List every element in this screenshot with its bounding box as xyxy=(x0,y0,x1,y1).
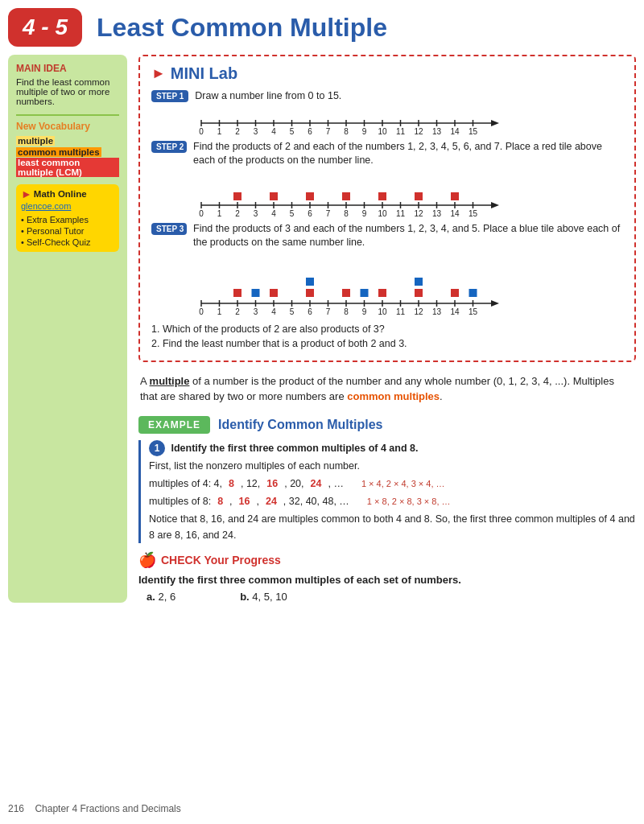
svg-text:1: 1 xyxy=(217,209,222,216)
svg-text:9: 9 xyxy=(362,307,367,315)
mini-lab-questions: 1. Which of the products of 2 are also p… xyxy=(151,323,623,349)
svg-text:6: 6 xyxy=(308,127,312,134)
multiples-4-m1: , 12, xyxy=(241,476,260,492)
question-2: 2. Find the least number that is a produ… xyxy=(151,338,623,349)
example-body: 1 Identify the first three common multip… xyxy=(138,440,636,544)
main-idea-text: Find the least common multiple of two or… xyxy=(16,77,119,106)
example-problem-header: 1 Identify the first three common multip… xyxy=(149,440,636,457)
svg-text:13: 13 xyxy=(432,127,442,134)
svg-text:5: 5 xyxy=(290,127,295,134)
check-title: CHECK Your Progress xyxy=(161,554,281,566)
self-check-quiz-link: • Self-Check Quiz xyxy=(21,237,114,247)
svg-rect-71 xyxy=(342,192,350,200)
svg-rect-118 xyxy=(361,289,369,297)
multiples-4-h2: 16 xyxy=(266,476,278,492)
svg-rect-68 xyxy=(233,192,242,200)
multiples-8-line: multiples of 8: 8 , 16 , 24 , 32, 40, 48… xyxy=(149,493,636,509)
svg-text:15: 15 xyxy=(469,209,478,216)
svg-text:10: 10 xyxy=(378,209,387,216)
svg-text:3: 3 xyxy=(254,127,258,134)
term-common-multiples: common multiples xyxy=(347,390,440,402)
example-conclusion: Notice that 8, 16, and 24 are multiples … xyxy=(149,511,636,543)
svg-text:0: 0 xyxy=(199,307,204,315)
mini-lab-header: ► MINI Lab xyxy=(151,64,623,83)
svg-text:4: 4 xyxy=(271,307,276,315)
svg-rect-74 xyxy=(451,192,459,200)
term-multiple: multiple xyxy=(150,375,190,387)
page-footer: 216 Chapter 4 Fractions and Decimals xyxy=(8,803,181,814)
multiples-4-h3: 24 xyxy=(311,476,322,492)
svg-text:11: 11 xyxy=(396,307,406,315)
question-1: 1. Which of the products of 2 are also p… xyxy=(151,323,623,335)
svg-text:6: 6 xyxy=(308,307,312,315)
svg-text:12: 12 xyxy=(414,307,423,315)
multiples-8-m1: , xyxy=(229,493,232,509)
svg-text:2: 2 xyxy=(235,209,240,216)
page-number: 216 xyxy=(8,803,24,814)
check-value-a: 2, 6 xyxy=(158,591,175,603)
step-2-badge: STEP 2 xyxy=(151,141,187,153)
svg-text:2: 2 xyxy=(235,127,240,134)
check-subtitle: Identify the first three common multiple… xyxy=(138,574,636,586)
multiples-8-h1: 8 xyxy=(217,493,223,509)
svg-text:12: 12 xyxy=(414,127,423,134)
number-line-2: 0123456789101112131415 xyxy=(193,176,623,219)
definition-paragraph: A multiple of a number is the product of… xyxy=(138,373,636,405)
math-online-links: • Extra Examples • Personal Tutor • Self… xyxy=(21,215,114,247)
multiples-8-m2: , xyxy=(256,493,258,509)
step-1-row: STEP 1 Draw a number line from 0 to 15. xyxy=(151,89,623,104)
math-online-title: Math Online xyxy=(34,189,87,199)
number-line-2-svg: 0123456789101112131415 xyxy=(193,176,499,216)
vocab-item-multiple: multiple xyxy=(16,136,55,146)
svg-text:0: 0 xyxy=(199,209,204,216)
svg-rect-72 xyxy=(378,192,386,200)
vocab-title: New Vocabulary xyxy=(16,121,119,132)
svg-rect-110 xyxy=(270,289,278,297)
example-number-badge: 1 xyxy=(149,440,165,456)
svg-text:13: 13 xyxy=(432,307,442,315)
number-line-1-svg: /* generated below */ 012345678910111213… xyxy=(193,112,499,134)
mini-lab-arrow-icon: ► xyxy=(151,65,166,82)
check-section: 🍎 CHECK Your Progress Identify the first… xyxy=(138,551,636,603)
svg-rect-69 xyxy=(270,192,278,200)
svg-text:7: 7 xyxy=(326,307,331,315)
svg-text:8: 8 xyxy=(344,209,349,216)
example-problem-title: Identify the first three common multiple… xyxy=(171,443,418,454)
math-online-arrow-icon: ► xyxy=(21,187,32,200)
example-badge: EXAMPLE xyxy=(138,416,210,434)
svg-text:11: 11 xyxy=(396,209,406,216)
svg-rect-116 xyxy=(252,289,260,297)
svg-rect-115 xyxy=(451,289,459,297)
svg-text:10: 10 xyxy=(378,307,387,315)
svg-rect-109 xyxy=(233,289,242,297)
example-title: Identify Common Multiples xyxy=(218,418,382,432)
svg-text:4: 4 xyxy=(271,127,276,134)
math-online-link[interactable]: glencoe.com xyxy=(21,201,71,211)
svg-text:5: 5 xyxy=(290,307,295,315)
page-header: 4 - 5 Least Common Multiple xyxy=(0,0,644,55)
svg-text:9: 9 xyxy=(362,127,367,134)
multiples-4-m2: , 20, xyxy=(284,476,303,492)
multiples-4-label: multiples of 4: 4, xyxy=(149,476,222,492)
extra-examples-link: • Extra Examples xyxy=(21,215,114,225)
svg-marker-76 xyxy=(491,300,499,307)
svg-rect-120 xyxy=(469,289,477,297)
step-2-row: STEP 2 Find the products of 2 and each o… xyxy=(151,140,623,168)
svg-text:6: 6 xyxy=(308,209,312,216)
svg-rect-114 xyxy=(415,289,423,297)
sidebar: MAIN IDEA Find the least common multiple… xyxy=(8,55,127,603)
svg-rect-117 xyxy=(306,278,314,286)
vocab-item-common-multiples: common multiples xyxy=(16,147,101,157)
check-value-b: 4, 5, 10 xyxy=(252,591,287,603)
svg-text:4: 4 xyxy=(271,209,276,216)
svg-text:14: 14 xyxy=(450,307,460,315)
mini-lab-title: MINI Lab xyxy=(171,64,237,83)
svg-text:5: 5 xyxy=(290,209,295,216)
svg-text:14: 14 xyxy=(450,127,460,134)
content-area: ► MINI Lab STEP 1 Draw a number line fro… xyxy=(138,55,636,603)
multiples-8-end: , 32, 40, 48, … xyxy=(283,493,349,509)
step-3-text: Find the products of 3 and each of the n… xyxy=(193,222,623,250)
step-1-badge: STEP 1 xyxy=(151,90,188,102)
check-problem-a: a. 2, 6 xyxy=(147,591,175,603)
number-line-1: /* generated below */ 012345678910111213… xyxy=(193,112,623,137)
